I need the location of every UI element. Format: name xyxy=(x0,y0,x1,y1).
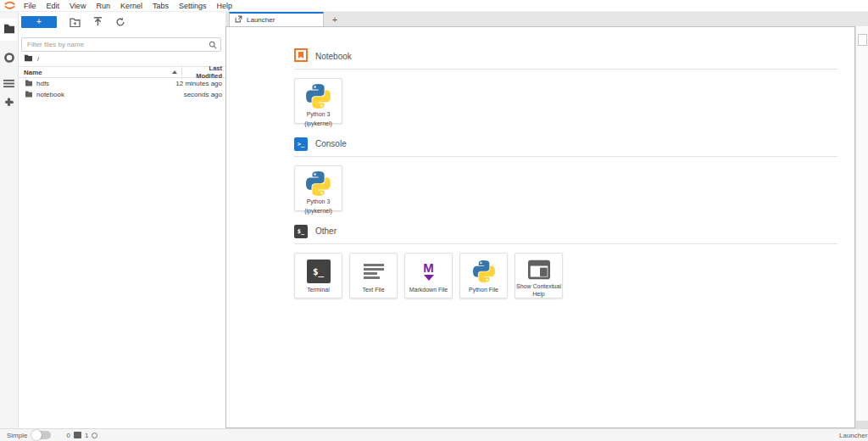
launcher-card-show-contextual-help[interactable]: Show Contextual Help xyxy=(515,253,563,299)
new-tab-button[interactable]: + xyxy=(324,12,346,26)
python-icon xyxy=(306,171,331,196)
jupyter-logo-icon xyxy=(0,1,19,10)
column-name[interactable]: Name xyxy=(19,69,181,76)
section-divider xyxy=(294,243,837,244)
menu-help[interactable]: Help xyxy=(211,2,237,10)
section-title: Notebook xyxy=(315,52,352,61)
sidebar-item-table-of-contents[interactable] xyxy=(0,73,18,95)
launcher-section-notebook: Notebook Python 3 (ipyke xyxy=(294,49,837,124)
menu-kernel[interactable]: Kernel xyxy=(115,2,147,10)
section-divider xyxy=(294,156,837,157)
left-sidebar xyxy=(0,12,19,428)
launcher-card-python-file[interactable]: Python File xyxy=(459,253,508,299)
section-title: Console xyxy=(315,139,347,148)
simple-mode-toggle[interactable] xyxy=(32,431,51,439)
menu-file[interactable]: File xyxy=(19,2,42,10)
current-widget-label: Launcher xyxy=(839,432,867,439)
kernels-count: 1 xyxy=(85,432,88,439)
breadcrumb-root[interactable]: / xyxy=(37,55,39,63)
python-icon xyxy=(306,84,331,109)
file-modified: 12 minutes ago xyxy=(158,80,225,87)
launcher-panel: Notebook Python 3 (ipyke xyxy=(225,26,855,428)
card-label: Show Contextual Help xyxy=(515,282,562,298)
new-folder-icon[interactable] xyxy=(70,18,81,27)
launcher-card-notebook-python3[interactable]: Python 3 (ipykernel) xyxy=(294,78,342,124)
scrollbar-thumb[interactable] xyxy=(858,34,867,46)
status-bar: Simple 0 1 Launcher xyxy=(0,428,868,441)
folder-icon xyxy=(25,91,33,99)
new-launcher-button[interactable]: + xyxy=(21,16,57,28)
file-browser-panel: + xyxy=(19,12,225,428)
terminal-mini-icon xyxy=(74,432,81,438)
file-row-hdfs[interactable]: hdfs 12 minutes ago xyxy=(19,78,225,89)
card-label: Terminal xyxy=(307,286,329,293)
column-last-modified[interactable]: Last Modified xyxy=(181,64,225,80)
folder-icon xyxy=(3,22,15,37)
terminals-count: 0 xyxy=(66,432,70,439)
text-file-icon xyxy=(364,264,384,279)
file-name: notebook xyxy=(36,91,64,98)
menu-bar: File Edit View Run Kernel Tabs Settings … xyxy=(0,0,868,12)
dock-panel: Launcher + Notebook xyxy=(225,12,868,428)
launcher-section-console: >_ Console Python 3 xyxy=(294,137,837,211)
file-name: hdfs xyxy=(36,80,49,87)
section-title: Other xyxy=(315,226,337,236)
running-sessions-status[interactable]: 0 1 xyxy=(66,432,97,439)
card-label: Python File xyxy=(469,286,498,293)
notebook-icon xyxy=(294,48,308,65)
puzzle-icon xyxy=(3,97,14,112)
file-modified: seconds ago xyxy=(158,91,225,98)
running-circle-icon xyxy=(3,52,15,67)
scrollbar-track[interactable] xyxy=(855,26,868,428)
scrollbar-corner xyxy=(856,421,868,428)
terminal-icon: $_ xyxy=(294,225,308,238)
card-label: Python 3 xyxy=(307,110,331,118)
file-browser-toolbar: + xyxy=(19,12,225,32)
card-label: Markdown File xyxy=(409,286,448,293)
menu-run[interactable]: Run xyxy=(91,2,115,10)
list-icon xyxy=(3,76,14,92)
tab-launcher[interactable]: Launcher xyxy=(229,12,324,26)
kernel-circle-icon xyxy=(92,433,97,438)
file-row-notebook[interactable]: notebook seconds ago xyxy=(19,89,225,100)
upload-icon[interactable] xyxy=(93,17,103,27)
jupyterlab-app: File Edit View Run Kernel Tabs Settings … xyxy=(0,0,868,441)
file-list-header: Name Last Modified xyxy=(19,66,225,78)
contextual-help-icon xyxy=(527,259,551,281)
launcher-card-terminal[interactable]: $_ Terminal xyxy=(294,253,342,299)
menu-tabs[interactable]: Tabs xyxy=(147,2,174,10)
card-label: Python 3 xyxy=(307,198,331,205)
sidebar-item-running-sessions[interactable] xyxy=(0,48,18,70)
section-divider xyxy=(294,69,837,70)
tab-bar: Launcher + xyxy=(225,12,868,26)
card-label: Text File xyxy=(362,286,384,293)
sidebar-item-extension-manager[interactable] xyxy=(0,93,18,115)
markdown-icon: M xyxy=(423,262,434,281)
launcher-section-other: $_ Other $_ Terminal xyxy=(294,224,837,299)
launcher-tab-icon xyxy=(235,15,242,25)
launcher-card-markdown-file[interactable]: M Markdown File xyxy=(404,253,453,299)
refresh-icon[interactable] xyxy=(115,17,125,27)
toggle-knob xyxy=(31,430,42,440)
console-icon: >_ xyxy=(294,137,308,151)
card-sublabel: (ipykernel) xyxy=(304,120,332,127)
launcher-card-console-python3[interactable]: Python 3 (ipykernel) xyxy=(294,165,342,211)
home-folder-icon[interactable] xyxy=(24,54,33,64)
python-icon xyxy=(473,259,495,284)
launcher-card-text-file[interactable]: Text File xyxy=(349,253,398,299)
column-name-label: Name xyxy=(24,69,42,76)
menu-view[interactable]: View xyxy=(64,2,91,10)
sidebar-item-file-browser[interactable] xyxy=(0,19,18,41)
search-icon xyxy=(209,37,217,53)
folder-icon xyxy=(25,80,33,88)
sort-ascending-icon xyxy=(172,70,177,74)
terminal-icon: $_ xyxy=(307,260,331,283)
filter-files-input[interactable] xyxy=(21,37,221,52)
menu-edit[interactable]: Edit xyxy=(42,2,65,10)
card-sublabel: (ipykernel) xyxy=(304,207,332,215)
simple-mode-label: Simple xyxy=(7,432,27,439)
tab-label: Launcher xyxy=(247,16,275,24)
menu-settings[interactable]: Settings xyxy=(174,2,212,10)
filter-files-box xyxy=(21,35,221,52)
